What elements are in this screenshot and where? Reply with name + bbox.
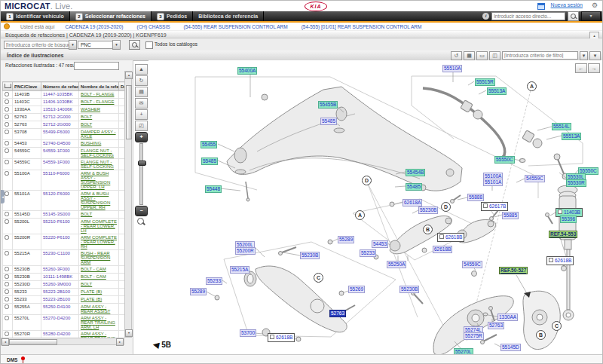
new-session-link[interactable]: Nueva sesión <box>551 2 583 8</box>
diagram-part-label[interactable]: 55400A <box>237 67 257 75</box>
shortcut-input[interactable] <box>491 12 565 20</box>
diagram-part-label[interactable]: 62617B <box>481 202 508 211</box>
locale-dropdown[interactable]: ▾ <box>581 11 601 21</box>
nav-tab[interactable]: Biblioteca de referencia <box>193 11 264 21</box>
part-number-link[interactable]: 55270-D4200 <box>41 315 79 331</box>
diagram-part-label[interactable]: 54559C <box>525 175 545 182</box>
part-number-link[interactable]: 13513-14006K <box>41 106 79 114</box>
part-number-link[interactable]: 55280-D4200 <box>41 331 79 338</box>
part-number-link[interactable]: 52712-2G000 <box>41 114 79 121</box>
diagram-part-label[interactable]: 55270L <box>454 348 473 354</box>
filter-input[interactable] <box>502 51 578 60</box>
undo-icon[interactable]: ↺ <box>451 51 462 60</box>
diagram-part-label[interactable]: 62618B <box>268 333 295 342</box>
diagram-part-label[interactable]: 55514L <box>552 123 571 130</box>
panel-collapse-handle[interactable]: ◂ <box>1 190 5 203</box>
diagram-part-label[interactable]: 55233 <box>360 249 376 257</box>
diagram-part-label[interactable]: 55454B <box>406 169 425 176</box>
diagram-part-label[interactable]: 55888 <box>467 194 484 201</box>
part-name-link[interactable]: BOLT - FLANGE <box>81 92 114 96</box>
diagram-part-label[interactable]: 55269 <box>348 286 365 293</box>
figure-nav-5b[interactable]: ◀ 5B <box>153 340 171 350</box>
part-name-link[interactable]: BOLT <box>81 212 92 216</box>
part-name-link[interactable]: ARM ASSY - REAR TRAILING ARM, LH <box>81 316 115 329</box>
diagram-part-label[interactable]: 55515R <box>475 78 495 86</box>
part-number-link[interactable]: 10111-1498BK <box>41 274 79 281</box>
part-name-link[interactable]: BOLT <box>81 122 92 127</box>
scroll-left-icon[interactable]: ◂ <box>2 338 9 346</box>
search-criteria-input[interactable] <box>4 41 72 49</box>
row-checkbox[interactable] <box>5 289 9 294</box>
row-checkbox[interactable] <box>5 191 9 196</box>
diagram-part-label[interactable]: REF.54-553 <box>549 231 577 238</box>
diagram-part-label[interactable]: 55230B <box>399 286 419 293</box>
part-number-link[interactable]: 55110-F6000 <box>41 170 79 191</box>
diagram-part-label[interactable]: 55233 <box>206 277 222 285</box>
parts-horizontal-scrollbar[interactable]: ◂ ▸ <box>1 338 124 345</box>
diagram-part-label[interactable]: 55885 <box>502 212 519 219</box>
diagram-part-label[interactable]: 55230B <box>418 206 438 214</box>
part-name-link[interactable]: BOLT - FLANGE <box>81 99 114 104</box>
col-desc[interactable]: Descr <box>119 82 125 91</box>
row-checkbox[interactable] <box>5 332 9 336</box>
part-number-link[interactable]: 52740-D4500 <box>41 140 79 148</box>
part-name-link[interactable]: ARM ASSY - REAR TRAILING ARM, RH <box>81 332 115 338</box>
email-icon[interactable]: ✉ <box>135 98 148 109</box>
diagram-part-label[interactable]: 55485 <box>320 118 337 125</box>
diagram-part-label[interactable]: 55289 <box>190 288 207 295</box>
row-checkbox[interactable] <box>5 274 9 279</box>
row-checkbox[interactable] <box>5 267 9 271</box>
filter-options-icon[interactable]: ▾ <box>589 51 601 60</box>
part-number-link[interactable]: 54559-1F000 <box>41 159 79 170</box>
part-name-link[interactable]: ARM & BUSH ASSY - SUSPENSION UPPER, RH <box>81 191 110 210</box>
diagram-part-label[interactable]: 55513A <box>487 87 507 95</box>
part-number-link[interactable]: 11447-1035BK <box>41 91 79 99</box>
row-checkbox[interactable] <box>5 316 9 320</box>
part-name-link[interactable]: BOLT <box>81 115 92 119</box>
row-checkbox[interactable] <box>5 92 9 96</box>
horizontal-scroll-thumb[interactable] <box>9 339 57 345</box>
zoom-slider[interactable] <box>139 143 143 205</box>
part-name-link[interactable]: DAMPER ASSY - AXLE <box>81 130 116 139</box>
filter-dropdown-icon[interactable]: ▾ <box>580 51 588 60</box>
diagram-part-label[interactable]: 55550C <box>494 156 515 164</box>
row-checkbox[interactable] <box>5 304 9 309</box>
row-checkbox[interactable] <box>5 160 9 164</box>
screen-icon[interactable]: ▭ <box>476 51 488 60</box>
diagram-part-label[interactable]: 55448 <box>205 185 222 193</box>
part-name-link[interactable]: BOLT <box>81 282 92 286</box>
row-checkbox[interactable] <box>5 115 9 119</box>
print-icon[interactable]: ▤ <box>135 87 148 97</box>
row-checkbox[interactable] <box>5 148 9 153</box>
fit-screen-icon[interactable]: ◰ <box>135 121 148 131</box>
rotate-icon[interactable]: ↻ <box>135 75 148 86</box>
row-checkbox[interactable] <box>5 219 9 224</box>
pan-icon[interactable]: + <box>135 109 148 120</box>
row-checkbox[interactable] <box>5 251 9 255</box>
row-checkbox[interactable] <box>5 282 9 286</box>
diagram-part-label[interactable]: 55513A <box>562 133 581 140</box>
part-number-link[interactable]: 55145-3S000 <box>41 211 79 219</box>
part-number-link[interactable]: 55220-F6100 <box>41 234 79 250</box>
breadcrumb-link[interactable]: CADENZA 19 (2019-2020) <box>66 24 124 29</box>
info-icon[interactable]: i <box>482 13 489 20</box>
part-name-link[interactable]: FLANGE NUT - SELF-LOCKING <box>81 160 114 169</box>
diagram-part-label[interactable]: 55455 <box>200 141 217 148</box>
diagram-part-label[interactable]: 55200R <box>235 247 256 255</box>
search-type-select[interactable]: PNC <box>78 41 116 49</box>
diagram-part-label[interactable]: 52763 <box>329 310 346 317</box>
scroll-down-icon[interactable]: ▾ <box>125 329 133 337</box>
part-name-link[interactable]: BUSH - REAR SUSPENSION ARM <box>81 251 110 265</box>
diagram-part-label[interactable]: 55101A <box>483 179 503 186</box>
part-number-link[interactable]: 55260-3F000 <box>41 266 79 274</box>
diagram-part-label[interactable]: 1330AA <box>497 314 518 321</box>
row-checkbox[interactable] <box>5 297 9 301</box>
scroll-up-icon[interactable]: ▴ <box>125 72 133 79</box>
nav-tab[interactable]: 1Identificar vehículo <box>1 11 70 21</box>
row-checkbox[interactable] <box>5 99 9 104</box>
part-name-link[interactable]: WASHER <box>81 107 100 112</box>
diagram-part-label[interactable]: 55530R <box>566 179 586 187</box>
shortcut-search-icon[interactable] <box>568 11 579 21</box>
part-number-link[interactable]: 55223-2B100 <box>41 289 79 296</box>
part-number-link[interactable]: 55230-C1100 <box>41 250 79 266</box>
